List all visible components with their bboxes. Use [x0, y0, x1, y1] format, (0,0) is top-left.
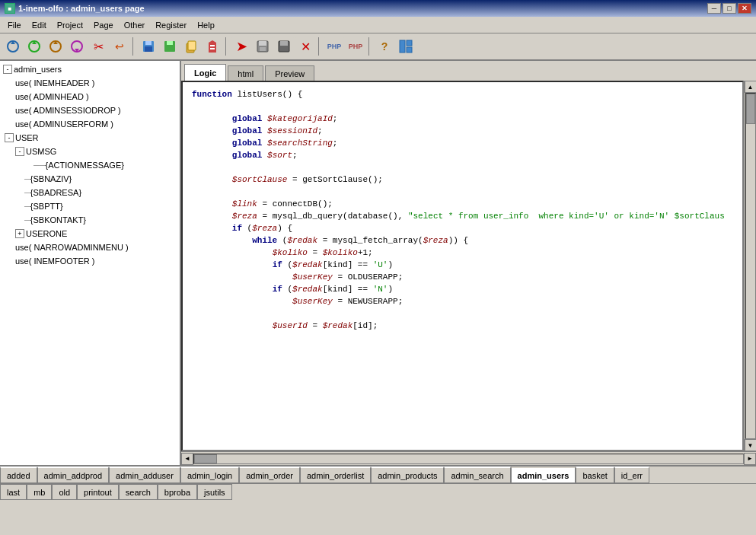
- bottom-tab-admin-adduser[interactable]: admin_adduser: [109, 467, 180, 483]
- menu-other[interactable]: Other: [120, 19, 150, 31]
- usmsg-expand-icon[interactable]: -: [15, 147, 24, 156]
- bottom-tab-admin-order[interactable]: admin_order: [239, 467, 300, 483]
- toolbar-btn-3[interactable]: [67, 37, 87, 56]
- tree-item-narrowadmin[interactable]: use( NARROWADMINMENU ): [2, 240, 178, 254]
- toolbar-separator-3: [318, 37, 321, 56]
- tree-item-inemfooter[interactable]: use( INEMFOOTER ): [2, 254, 178, 268]
- toolbar-btn-save[interactable]: [139, 37, 158, 56]
- svg-rect-11: [210, 45, 215, 46]
- vertical-scrollbar[interactable]: ▲ ▼: [744, 81, 756, 451]
- menu-page[interactable]: Page: [89, 19, 118, 31]
- toolbar-separator-2: [225, 37, 228, 56]
- tree-item-2[interactable]: use( ADMINSESSIODROP ): [2, 103, 178, 117]
- scroll-thumb[interactable]: [746, 94, 755, 124]
- tree-item-sbadresa[interactable]: ─ {SBADRESA}: [2, 186, 178, 199]
- toolbar-btn-save2[interactable]: [160, 37, 180, 56]
- tree-item-usmsg[interactable]: - USMSG: [2, 145, 178, 158]
- bottom-tab2-old[interactable]: old: [52, 484, 77, 500]
- tree-item-user-label: USER: [15, 132, 39, 144]
- toolbar-btn-floppy[interactable]: [253, 37, 273, 56]
- tree-item-label-3: use( ADMINUSERFORM ): [15, 118, 113, 130]
- menu-project[interactable]: Project: [53, 19, 88, 31]
- tab-preview[interactable]: Preview: [265, 65, 314, 81]
- bottom-tabs-row1: added admin_addprod admin_adduser admin_…: [0, 465, 756, 483]
- tree-item-usmsg-label: USMSG: [26, 145, 56, 158]
- hscroll-thumb[interactable]: [194, 454, 217, 463]
- scroll-down-button[interactable]: ▼: [745, 439, 757, 451]
- tree-item-1[interactable]: use( ADMINHEAD ): [2, 90, 178, 103]
- tree-item-sbnaziv[interactable]: ─ {SBNAZIV}: [2, 172, 178, 186]
- toolbar-btn-copy[interactable]: [181, 37, 201, 56]
- tree-item-actionmsg[interactable]: ── {ACTIONMESSAGE}: [2, 158, 178, 172]
- minimize-button[interactable]: ─: [707, 3, 721, 14]
- bottom-tab-admin-orderlist[interactable]: admin_orderlist: [300, 467, 371, 483]
- tab-html[interactable]: html: [228, 65, 263, 81]
- toolbar: ✂ ↩ ➤ ✕ PHP PHP ?: [0, 33, 756, 61]
- bottom-tab-id-err[interactable]: id_err: [614, 467, 649, 483]
- bottom-tab2-printout[interactable]: printout: [77, 484, 119, 500]
- code-editor[interactable]: function listUsers() { global $kategorij…: [181, 81, 744, 451]
- menu-help[interactable]: Help: [193, 19, 219, 31]
- toolbar-btn-1[interactable]: [24, 37, 44, 56]
- toolbar-btn-php1[interactable]: PHP: [324, 37, 344, 56]
- menu-register[interactable]: Register: [151, 19, 191, 31]
- tree-item-sbptt[interactable]: ─ {SBPTT}: [2, 199, 178, 213]
- menu-file[interactable]: File: [3, 19, 26, 31]
- bottom-tab-added[interactable]: added: [0, 467, 37, 483]
- menu-edit[interactable]: Edit: [27, 19, 51, 31]
- tree-item-3[interactable]: use( ADMINUSERFORM ): [2, 117, 178, 131]
- tree-item-narrowadmin-label: use( NARROWADMINMENU ): [15, 241, 129, 253]
- bottom-tab-admin-search[interactable]: admin_search: [444, 467, 510, 483]
- root-expand-icon[interactable]: -: [3, 65, 12, 74]
- toolbar-btn-arrow[interactable]: ➤: [231, 37, 251, 56]
- tree-item-sbnaziv-text: {SBNAZIV}: [30, 173, 72, 185]
- bottom-tab2-jsutils[interactable]: jsutils: [197, 484, 232, 500]
- tree-item-user[interactable]: - USER: [2, 131, 178, 145]
- maximize-button[interactable]: □: [723, 3, 736, 14]
- svg-rect-10: [188, 41, 196, 50]
- toolbar-btn-php2[interactable]: PHP: [346, 37, 365, 56]
- title-bar-left: ■ 1-inem-olfo : admin_users page: [5, 3, 145, 14]
- toolbar-separator-4: [368, 37, 372, 56]
- close-button[interactable]: ✕: [738, 3, 751, 14]
- bottom-tab2-mb[interactable]: mb: [27, 484, 52, 500]
- toolbar-btn-floppy2[interactable]: [274, 37, 294, 56]
- tree-root[interactable]: - admin_users: [2, 62, 178, 76]
- toolbar-btn-5[interactable]: ↩: [110, 37, 129, 56]
- tree-item-0[interactable]: use( INEMHEADER ): [2, 76, 178, 90]
- bottom-tab2-bproba[interactable]: bproba: [158, 484, 197, 500]
- bottom-tab2-last[interactable]: last: [0, 484, 27, 500]
- bottom-tab-admin-addprod[interactable]: admin_addprod: [37, 467, 109, 483]
- svg-rect-6: [145, 46, 152, 52]
- bottom-tab-basket[interactable]: basket: [576, 467, 614, 483]
- bottom-tab2-search[interactable]: search: [119, 484, 158, 500]
- tree-item-userone[interactable]: + USERONE: [2, 227, 178, 240]
- scroll-right-button[interactable]: ►: [744, 453, 756, 465]
- horizontal-scrollbar[interactable]: ◄ ►: [181, 451, 756, 465]
- tree-item-sbnaziv-label: ─: [24, 173, 30, 185]
- scroll-up-button[interactable]: ▲: [745, 81, 757, 93]
- toolbar-btn-2[interactable]: [46, 37, 65, 56]
- toolbar-btn-4[interactable]: ✂: [88, 37, 108, 56]
- toolbar-btn-cancel[interactable]: ✕: [295, 37, 315, 56]
- tree-item-sbkontakt[interactable]: ─ {SBKONTAKT}: [2, 213, 178, 227]
- toolbar-btn-help[interactable]: ?: [375, 37, 394, 56]
- toolbar-separator-1: [132, 37, 136, 56]
- right-panel: Logic html Preview function listUsers() …: [181, 61, 756, 465]
- scroll-left-button[interactable]: ◄: [181, 453, 193, 465]
- bottom-tab-admin-login[interactable]: admin_login: [180, 467, 239, 483]
- toolbar-btn-paste[interactable]: [203, 37, 222, 56]
- tree-item-label-0: use( INEMHEADER ): [15, 77, 95, 89]
- tree-root-label: admin_users: [14, 63, 62, 75]
- hscroll-track[interactable]: [193, 454, 744, 464]
- scroll-track[interactable]: [745, 93, 756, 439]
- userone-expand-icon[interactable]: +: [15, 229, 24, 238]
- user-expand-icon[interactable]: -: [5, 133, 14, 142]
- bottom-tab-admin-users[interactable]: admin_users: [511, 467, 576, 483]
- bottom-tab-admin-products[interactable]: admin_products: [371, 467, 444, 483]
- toolbar-btn-0[interactable]: [3, 37, 23, 56]
- tab-logic[interactable]: Logic: [184, 64, 226, 81]
- tree-item-sbkontakt-text: {SBKONTAKT}: [30, 214, 86, 226]
- window-title: 1-inem-olfo : admin_users page: [18, 4, 145, 13]
- toolbar-btn-split[interactable]: [396, 37, 416, 56]
